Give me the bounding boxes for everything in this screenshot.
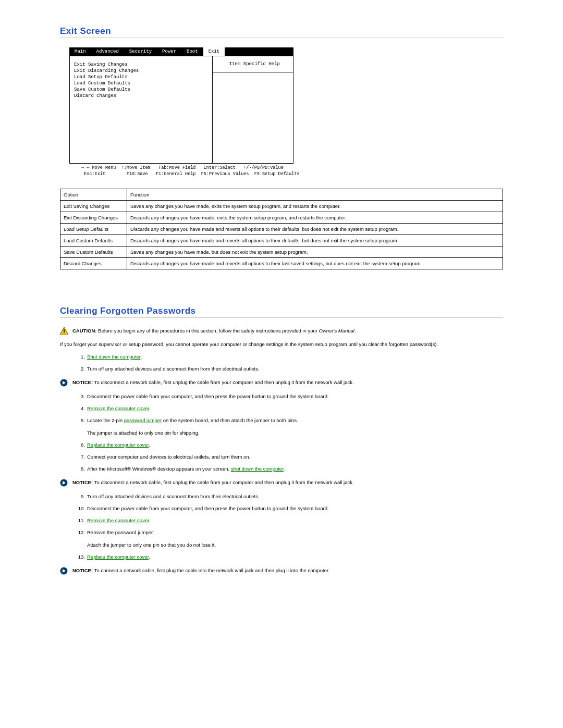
fn-cell: Saves any changes you have made, but doe… bbox=[127, 246, 503, 258]
step-11: Remove the computer cover. bbox=[75, 517, 503, 524]
bios-tab-advanced: Advanced bbox=[91, 47, 124, 56]
notice-body: To disconnect a network cable, first unp… bbox=[94, 479, 354, 485]
shut-down-link[interactable]: Shut down the computer bbox=[87, 354, 140, 360]
steps-list: Shut down the computer. Turn off any att… bbox=[75, 353, 503, 373]
step-2: Turn off any attached devices and discon… bbox=[75, 365, 503, 373]
fn-cell: Discards any changes you have made and r… bbox=[127, 224, 503, 235]
notice-block: NOTICE: To disconnect a network cable, f… bbox=[60, 379, 503, 387]
bios-help-title: Item Specific Help bbox=[213, 56, 293, 72]
table-row: Load Setup DefaultsDiscards any changes … bbox=[60, 224, 503, 235]
step-5: Locate the 2-pin password jumper on the … bbox=[75, 417, 503, 437]
bios-tab-boot: Boot bbox=[181, 47, 203, 56]
replace-cover-link[interactable]: Replace the computer cover bbox=[87, 442, 149, 448]
opt-cell: Save Custom Defaults bbox=[60, 246, 127, 258]
step-12: Remove the password jumper.Attach the ju… bbox=[75, 529, 503, 549]
notice-text: NOTICE: To disconnect a network cable, f… bbox=[72, 479, 503, 486]
fn-cell: Saves any changes you have made, exits t… bbox=[127, 201, 503, 212]
step-6: Replace the computer cover. bbox=[75, 441, 503, 449]
bios-exit-panel: Main Advanced Security Power Boot Exit E… bbox=[69, 47, 293, 177]
bios-left-pane: Exit Saving Changes Exit Discarding Chan… bbox=[70, 56, 213, 163]
notice-text: NOTICE: To connect a network cable, firs… bbox=[72, 567, 503, 574]
notice-block: NOTICE: To connect a network cable, firs… bbox=[60, 567, 503, 575]
table-row: Load Custom DefaultsDiscards any changes… bbox=[60, 235, 503, 246]
step-3: Disconnect the power cable from your com… bbox=[75, 393, 503, 400]
bios-tab-exit: Exit bbox=[203, 47, 225, 56]
remove-cover-link[interactable]: Remove the computer cover bbox=[87, 517, 149, 523]
intro-paragraph: If you forget your supervisor or setup p… bbox=[60, 341, 503, 348]
bios-foot-line: → ← Move Menu ↑↓Move Item Tab:Move Field… bbox=[79, 165, 284, 170]
svg-rect-1 bbox=[64, 329, 65, 332]
bios-option: Exit Discarding Changes bbox=[74, 68, 208, 74]
notice-lead: NOTICE: bbox=[72, 479, 94, 485]
fn-cell: Discards any changes you have made, exit… bbox=[127, 212, 503, 224]
options-table: Option Function Exit Saving ChangesSaves… bbox=[60, 189, 503, 269]
caution-body-a: Before you begin any of the procedures i… bbox=[98, 328, 319, 334]
bios-right-pane: Item Specific Help bbox=[213, 56, 293, 163]
step-12-sub: Attach the jumper to only one pin so tha… bbox=[87, 541, 503, 549]
table-row: Discard ChangesDiscards any changes you … bbox=[60, 258, 503, 269]
notice-body: To connect a network cable, first plug t… bbox=[94, 567, 330, 573]
opt-cell: Exit Saving Changes bbox=[60, 201, 127, 212]
bios-tab-main: Main bbox=[69, 47, 91, 56]
notice-lead: NOTICE: bbox=[72, 567, 94, 573]
caution-body-c: . bbox=[354, 328, 356, 334]
step-9: Turn off any attached devices and discon… bbox=[75, 493, 503, 500]
notice-lead: NOTICE: bbox=[72, 379, 94, 385]
step-10: Disconnect the power cable from your com… bbox=[75, 505, 503, 512]
notice-circle-icon bbox=[60, 379, 69, 387]
steps-list: Turn off any attached devices and discon… bbox=[75, 493, 503, 561]
warning-triangle-icon bbox=[60, 327, 69, 335]
password-jumper-link[interactable]: password jumper bbox=[124, 417, 162, 423]
caution-block: CAUTION: Before you begin any of the pro… bbox=[60, 327, 503, 335]
step-8: After the Microsoft® Windows® desktop ap… bbox=[75, 465, 503, 473]
table-header-row: Option Function bbox=[60, 189, 503, 201]
heading-exit-screen: Exit Screen bbox=[60, 26, 503, 38]
opt-cell: Load Custom Defaults bbox=[60, 235, 127, 246]
bios-tab-power: Power bbox=[157, 47, 181, 56]
col-function: Function bbox=[127, 189, 503, 201]
step-13: Replace the computer cover. bbox=[75, 553, 503, 561]
steps-list: Disconnect the power cable from your com… bbox=[75, 393, 503, 473]
bios-option: Save Custom Defaults bbox=[74, 87, 208, 93]
step-5-sub: The jumper is attached to only one pin f… bbox=[87, 429, 503, 437]
heading-clearing-passwords: Clearing Forgotten Passwords bbox=[60, 306, 503, 318]
bios-option: Load Custom Defaults bbox=[74, 80, 208, 87]
bios-option: Discard Changes bbox=[74, 93, 208, 99]
owners-manual-ref: Owner's Manual bbox=[319, 328, 354, 334]
caution-text: CAUTION: Before you begin any of the pro… bbox=[72, 327, 503, 335]
notice-circle-icon bbox=[60, 567, 69, 575]
bios-footer: → ← Move Menu ↑↓Move Item Tab:Move Field… bbox=[69, 164, 293, 177]
bios-body: Exit Saving Changes Exit Discarding Chan… bbox=[69, 56, 293, 164]
step-1: Shut down the computer. bbox=[75, 353, 503, 361]
notice-circle-icon bbox=[60, 479, 69, 487]
page-content: Exit Screen Main Advanced Security Power… bbox=[0, 0, 563, 612]
step-4: Remove the computer cover. bbox=[75, 405, 503, 412]
opt-cell: Load Setup Defaults bbox=[60, 224, 127, 235]
table-row: Save Custom DefaultsSaves any changes yo… bbox=[60, 246, 503, 258]
bios-tab-security: Security bbox=[124, 47, 157, 56]
notice-body: To disconnect a network cable, first unp… bbox=[94, 379, 354, 385]
fn-cell: Discards any changes you have made and r… bbox=[127, 235, 503, 246]
opt-cell: Discard Changes bbox=[60, 258, 127, 269]
step-7: Connect your computer and devices to ele… bbox=[75, 453, 503, 461]
fn-cell: Discards any changes you have made and r… bbox=[127, 258, 503, 269]
bios-foot-line: Esc:Exit F10:Save F1:General Help F5:Pre… bbox=[79, 171, 299, 177]
caution-lead: CAUTION: bbox=[72, 328, 98, 334]
remove-cover-link[interactable]: Remove the computer cover bbox=[87, 405, 149, 411]
table-row: Exit Saving ChangesSaves any changes you… bbox=[60, 201, 503, 212]
opt-cell: Exit Discarding Changes bbox=[60, 212, 127, 224]
bios-tab-bar: Main Advanced Security Power Boot Exit bbox=[69, 47, 293, 56]
shut-down-link[interactable]: shut down the computer bbox=[231, 466, 284, 472]
table-row: Exit Discarding ChangesDiscards any chan… bbox=[60, 212, 503, 224]
notice-block: NOTICE: To disconnect a network cable, f… bbox=[60, 479, 503, 487]
bios-option: Load Setup Defaults bbox=[74, 74, 208, 80]
replace-cover-link[interactable]: Replace the computer cover bbox=[87, 554, 149, 560]
col-option: Option bbox=[60, 189, 127, 201]
notice-text: NOTICE: To disconnect a network cable, f… bbox=[72, 379, 503, 386]
bios-option: Exit Saving Changes bbox=[74, 61, 208, 68]
svg-rect-2 bbox=[64, 332, 65, 334]
